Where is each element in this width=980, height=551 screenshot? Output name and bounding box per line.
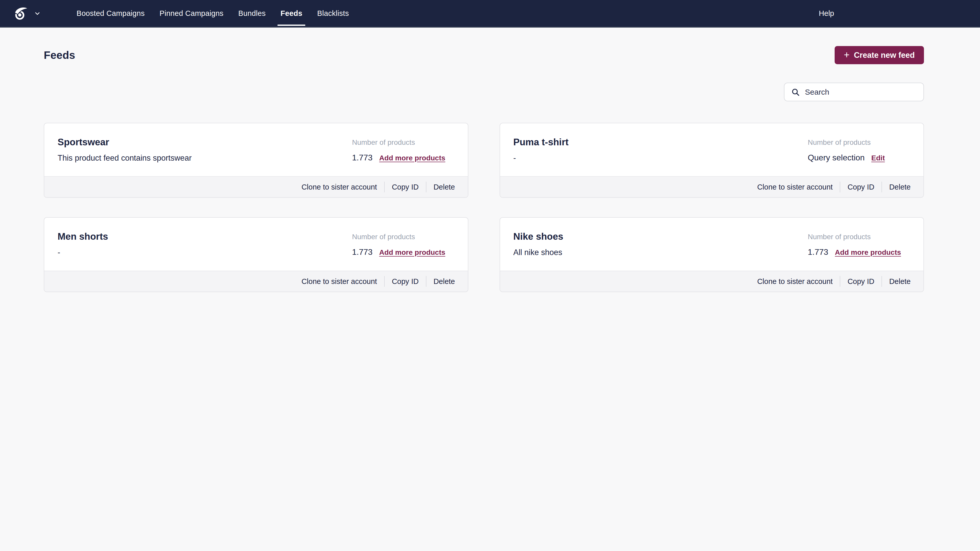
footer-divider: [881, 182, 882, 192]
search-input[interactable]: [805, 88, 917, 97]
delete-button[interactable]: Delete: [889, 183, 911, 191]
edit-link[interactable]: Edit: [871, 154, 885, 162]
feed-title: Nike shoes: [514, 231, 808, 242]
feeds-grid: Sportswear This product feed contains sp…: [44, 123, 924, 292]
account-menu[interactable]: [13, 0, 46, 27]
card-left: Men shorts -: [57, 231, 352, 271]
plus-icon: +: [844, 50, 850, 60]
card-left: Sportswear This product feed contains sp…: [57, 137, 352, 176]
number-of-products-value: Query selection: [808, 153, 865, 162]
clone-to-sister-account-button[interactable]: Clone to sister account: [302, 183, 377, 191]
owl-logo-icon: [13, 6, 28, 21]
footer-divider: [426, 182, 426, 192]
nav-item-boosted-campaigns[interactable]: Boosted Campaigns: [69, 0, 152, 27]
card-footer: Clone to sister account Copy ID Delete: [500, 271, 924, 292]
number-of-products-label: Number of products: [808, 138, 910, 147]
page-header: Feeds + Create new feed: [44, 46, 924, 64]
clone-to-sister-account-button[interactable]: Clone to sister account: [302, 277, 377, 286]
footer-divider: [840, 182, 840, 192]
card-body: Puma t-shirt - Number of products Query …: [500, 123, 924, 176]
footer-divider: [426, 276, 426, 287]
footer-divider: [840, 276, 840, 287]
search-icon: [791, 88, 800, 97]
create-new-feed-button[interactable]: + Create new feed: [835, 46, 924, 64]
card-body: Men shorts - Number of products 1.773 Ad…: [44, 218, 468, 271]
card-left: Nike shoes All nike shoes: [514, 231, 808, 271]
number-of-products-label: Number of products: [352, 138, 455, 147]
number-of-products-value: 1.773: [352, 248, 373, 257]
card-right: Number of products 1.773 Add more produc…: [808, 231, 910, 271]
add-more-products-link[interactable]: Add more products: [379, 248, 445, 257]
number-of-products-value: 1.773: [352, 153, 373, 162]
footer-divider: [881, 276, 882, 287]
delete-button[interactable]: Delete: [434, 277, 455, 286]
delete-button[interactable]: Delete: [434, 183, 455, 191]
nav-item-feeds[interactable]: Feeds: [273, 0, 310, 27]
feed-title: Men shorts: [57, 231, 352, 242]
card-right: Number of products 1.773 Add more produc…: [352, 137, 455, 176]
number-of-products-label: Number of products: [808, 232, 910, 241]
clone-to-sister-account-button[interactable]: Clone to sister account: [757, 183, 832, 191]
products-row: 1.773 Add more products: [352, 153, 455, 162]
copy-id-button[interactable]: Copy ID: [848, 277, 874, 286]
feed-description: -: [514, 153, 808, 163]
feed-title: Sportswear: [57, 137, 352, 148]
feeds-page: Feeds + Create new feed Sportswear This …: [0, 28, 980, 292]
number-of-products-value: 1.773: [808, 248, 828, 257]
card-footer: Clone to sister account Copy ID Delete: [44, 271, 468, 292]
main-nav: Boosted Campaigns Pinned Campaigns Bundl…: [69, 0, 356, 27]
feed-card-nike-shoes: Nike shoes All nike shoes Number of prod…: [500, 217, 924, 292]
products-row: Query selection Edit: [808, 153, 910, 162]
copy-id-button[interactable]: Copy ID: [392, 277, 419, 286]
footer-divider: [384, 276, 385, 287]
nav-item-pinned-campaigns[interactable]: Pinned Campaigns: [152, 0, 231, 27]
search-row: [44, 83, 924, 101]
copy-id-button[interactable]: Copy ID: [848, 183, 874, 191]
feed-card-sportswear: Sportswear This product feed contains sp…: [44, 123, 468, 198]
number-of-products-label: Number of products: [352, 232, 455, 241]
products-row: 1.773 Add more products: [808, 248, 910, 257]
footer-divider: [384, 182, 385, 192]
feed-description: This product feed contains sportswear: [57, 153, 352, 163]
card-footer: Clone to sister account Copy ID Delete: [500, 176, 924, 197]
feed-title: Puma t-shirt: [514, 137, 808, 148]
copy-id-button[interactable]: Copy ID: [392, 183, 419, 191]
page-title: Feeds: [44, 49, 75, 61]
chevron-down-icon: [34, 10, 41, 17]
top-navbar: Boosted Campaigns Pinned Campaigns Bundl…: [0, 0, 980, 28]
nav-item-help[interactable]: Help: [819, 0, 834, 27]
products-row: 1.773 Add more products: [352, 248, 455, 257]
nav-item-bundles[interactable]: Bundles: [231, 0, 273, 27]
nav-item-blacklists[interactable]: Blacklists: [310, 0, 356, 27]
clone-to-sister-account-button[interactable]: Clone to sister account: [757, 277, 832, 286]
feed-description: All nike shoes: [514, 248, 808, 257]
add-more-products-link[interactable]: Add more products: [379, 154, 445, 162]
add-more-products-link[interactable]: Add more products: [835, 248, 901, 257]
feed-description: -: [57, 248, 352, 257]
card-body: Nike shoes All nike shoes Number of prod…: [500, 218, 924, 271]
card-footer: Clone to sister account Copy ID Delete: [44, 176, 468, 197]
card-left: Puma t-shirt -: [514, 137, 808, 176]
feed-card-men-shorts: Men shorts - Number of products 1.773 Ad…: [44, 217, 468, 292]
search-box[interactable]: [784, 83, 924, 101]
feed-card-puma-t-shirt: Puma t-shirt - Number of products Query …: [500, 123, 924, 198]
card-body: Sportswear This product feed contains sp…: [44, 123, 468, 176]
card-right: Number of products Query selection Edit: [808, 137, 910, 176]
create-new-feed-label: Create new feed: [854, 51, 915, 60]
card-right: Number of products 1.773 Add more produc…: [352, 231, 455, 271]
delete-button[interactable]: Delete: [889, 277, 911, 286]
